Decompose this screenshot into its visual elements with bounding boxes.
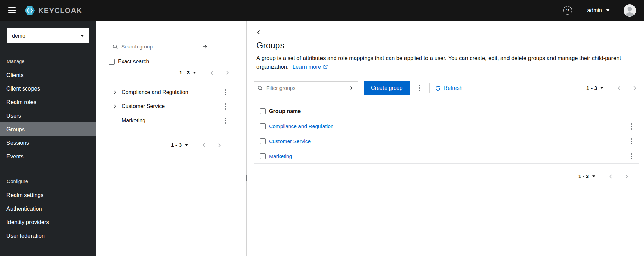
pagination-next-button[interactable] xyxy=(622,174,630,179)
caret-down-icon xyxy=(185,144,188,146)
sidebar-item-user-federation[interactable]: User federation xyxy=(0,229,96,242)
tree-item-label[interactable]: Customer Service xyxy=(122,103,165,110)
angle-right-icon xyxy=(217,143,222,147)
sidebar-item-clients[interactable]: Clients xyxy=(0,68,96,82)
row-checkbox[interactable] xyxy=(260,138,266,144)
keycloak-logo-icon xyxy=(24,5,35,16)
pagination-options-toggle[interactable]: 1 - 3 xyxy=(586,85,603,91)
tree-item: Compliance and Regulation xyxy=(96,85,246,99)
pagination-options-toggle[interactable]: 1 - 3 xyxy=(179,70,196,76)
group-name-link[interactable]: Marketing xyxy=(269,153,292,159)
exact-search-checkbox[interactable] xyxy=(109,59,115,65)
user-menu-dropdown[interactable]: admin xyxy=(582,4,615,17)
masthead: KEYCLOAK ? admin xyxy=(0,0,644,21)
caret-down-icon xyxy=(600,87,603,89)
groups-table: Group name Compliance and Regulation Cus… xyxy=(254,103,639,164)
chevron-down-icon xyxy=(80,35,84,37)
tree-divider xyxy=(96,81,246,81)
hamburger-menu-icon[interactable] xyxy=(4,3,20,18)
realm-selector-wrap: demo xyxy=(0,21,96,51)
groups-toolbar: Create group Refresh 1 - 3 xyxy=(254,81,639,95)
tree-item-label[interactable]: Marketing xyxy=(122,118,145,124)
row-kebab-menu[interactable] xyxy=(626,151,637,162)
search-group-input[interactable] xyxy=(109,41,197,53)
filter-groups-input[interactable] xyxy=(254,81,342,95)
tree-pagination-top: 1 - 3 xyxy=(109,70,231,76)
pagination-prev-button[interactable] xyxy=(208,71,216,75)
angle-left-icon xyxy=(617,86,621,91)
configure-nav-list: Realm settings Authentication Identity p… xyxy=(0,188,96,242)
pagination-next-button[interactable] xyxy=(215,143,223,147)
tree-item: Customer Service xyxy=(96,99,246,114)
arrow-right-icon xyxy=(202,45,208,49)
back-chevron-button[interactable] xyxy=(256,30,261,35)
pagination-options-toggle[interactable]: 1 - 3 xyxy=(578,173,595,179)
arrow-right-icon xyxy=(348,86,353,90)
refresh-button[interactable]: Refresh xyxy=(435,85,462,91)
pagination-prev-button[interactable] xyxy=(200,143,208,147)
sidebar-item-identity-providers[interactable]: Identity providers xyxy=(0,215,96,229)
row-kebab-menu[interactable] xyxy=(626,121,637,132)
learn-more-link[interactable]: Learn more xyxy=(292,63,327,72)
pagination-options-toggle[interactable]: 1 - 3 xyxy=(171,142,188,148)
masthead-actions: ? admin xyxy=(563,4,636,17)
table-row: Customer Service xyxy=(254,134,639,149)
create-group-button[interactable]: Create group xyxy=(364,81,410,95)
sidebar-item-events[interactable]: Events xyxy=(0,150,96,163)
pagination-range: 1 - 3 xyxy=(586,85,597,91)
sidebar-item-realm-settings[interactable]: Realm settings xyxy=(0,188,96,202)
tree-item-kebab-menu[interactable] xyxy=(221,86,231,98)
angle-left-icon xyxy=(609,174,613,179)
pagination-prev-button[interactable] xyxy=(615,86,623,91)
expand-chevron-icon[interactable] xyxy=(113,104,122,109)
row-checkbox[interactable] xyxy=(260,153,266,159)
tree-item-kebab-menu[interactable] xyxy=(221,101,231,112)
sidebar-item-users[interactable]: Users xyxy=(0,109,96,122)
tree-item-kebab-menu[interactable] xyxy=(221,115,231,126)
sidebar-item-sessions[interactable]: Sessions xyxy=(0,136,96,150)
sidebar-item-authentication[interactable]: Authentication xyxy=(0,202,96,215)
angle-left-icon xyxy=(210,71,214,75)
pagination-range: 1 - 3 xyxy=(179,70,190,76)
panel-resize-grip[interactable] xyxy=(246,175,247,181)
exact-search-label: Exact search xyxy=(118,59,149,65)
sidebar-item-realm-roles[interactable]: Realm roles xyxy=(0,95,96,109)
pagination-next-button[interactable] xyxy=(223,71,231,75)
sidebar-item-groups[interactable]: Groups xyxy=(0,122,96,136)
caret-down-icon xyxy=(592,175,595,177)
search-icon xyxy=(113,44,118,49)
row-kebab-menu[interactable] xyxy=(626,136,637,147)
groups-tree-panel: Exact search 1 - 3 Compliance and Regula… xyxy=(96,21,246,256)
panel-resize-handle[interactable] xyxy=(246,21,247,256)
help-icon[interactable]: ? xyxy=(563,6,572,15)
angle-left-icon xyxy=(202,143,206,147)
filter-groups-submit-button[interactable] xyxy=(342,81,358,95)
groups-main-section: Groups A group is a set of attributes an… xyxy=(247,21,644,256)
groups-tree-list: Compliance and Regulation Customer Servi… xyxy=(96,85,246,128)
group-name-link[interactable]: Compliance and Regulation xyxy=(269,123,333,130)
search-icon xyxy=(258,86,263,91)
pagination-next-button[interactable] xyxy=(630,86,639,91)
toolbar-kebab-menu[interactable] xyxy=(414,82,424,94)
row-checkbox[interactable] xyxy=(260,123,266,129)
realm-selector[interactable]: demo xyxy=(7,28,89,43)
realm-selector-value: demo xyxy=(12,33,25,39)
angle-right-icon xyxy=(624,174,629,179)
chevron-down-icon xyxy=(606,9,610,12)
keycloak-logo[interactable]: KEYCLOAK xyxy=(24,5,82,16)
table-row: Marketing xyxy=(254,149,639,164)
sidebar-item-client-scopes[interactable]: Client scopes xyxy=(0,82,96,95)
tree-item-label[interactable]: Compliance and Regulation xyxy=(122,89,188,95)
toolbar-divider xyxy=(429,83,430,93)
expand-chevron-icon[interactable] xyxy=(113,90,122,94)
manage-nav-list: Clients Client scopes Realm roles Users … xyxy=(0,68,96,163)
tree-item: Marketing xyxy=(96,114,246,128)
sidebar-nav: demo Manage Clients Client scopes Realm … xyxy=(0,21,96,256)
group-name-link[interactable]: Customer Service xyxy=(269,138,311,144)
keycloak-admin-console: KEYCLOAK ? admin demo xyxy=(0,0,644,256)
pagination-prev-button[interactable] xyxy=(607,174,615,179)
search-group-submit-button[interactable] xyxy=(197,41,213,53)
brand-text: KEYCLOAK xyxy=(38,6,82,15)
avatar[interactable] xyxy=(624,4,636,17)
select-all-checkbox[interactable] xyxy=(260,108,266,114)
